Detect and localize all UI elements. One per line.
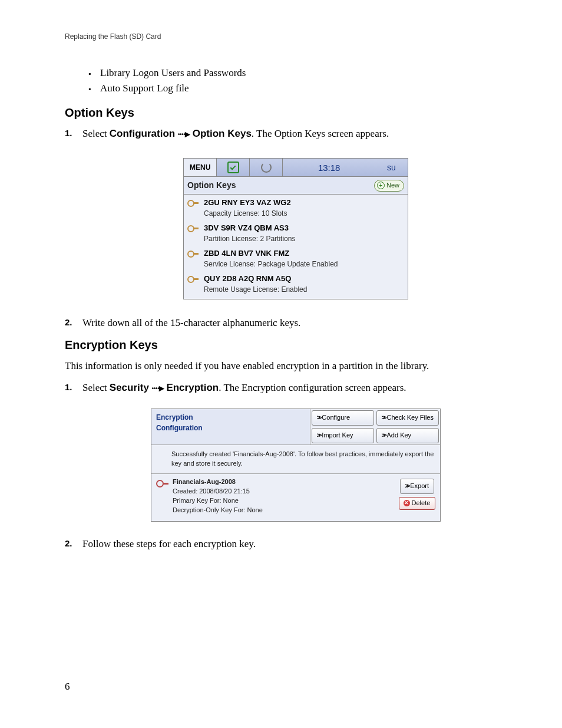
chevron-icon: >>: [382, 414, 385, 423]
plus-icon: +: [377, 182, 385, 189]
page-number: 6: [65, 681, 509, 693]
step-item: Write down all of the 15-character alpha…: [65, 316, 509, 331]
section-heading-encryption-keys: Encryption Keys: [65, 338, 509, 352]
key-code: QUY 2D8 A2Q RNM A5Q: [204, 274, 307, 285]
key-desc: Partition License: 2 Partitions: [204, 234, 295, 244]
encryption-screenshot: Encryption Configuration >>Configure >>C…: [151, 409, 441, 522]
step-item: Select Security ····▸ Encryption. The En…: [65, 381, 509, 522]
key-code: 3DV S9R VZ4 QBM AS3: [204, 223, 295, 234]
chevron-icon: >>: [317, 414, 320, 423]
key-decrypt: Decryption-Only Key For: None: [173, 506, 399, 515]
chevron-icon: >>: [317, 431, 320, 440]
key-icon: [187, 199, 199, 207]
top-bar: MENU 13:18 su: [184, 159, 408, 177]
menu-path: Security: [110, 382, 149, 393]
key-name: Financials-Aug-2008: [173, 477, 399, 487]
delete-button[interactable]: ✕Delete: [399, 497, 435, 510]
menu-path: Option Keys: [193, 128, 252, 139]
arrow-icon: ····▸: [177, 127, 190, 142]
encryption-key-details: Financials-Aug-2008 Created: 2008/08/20 …: [173, 477, 399, 515]
screen-title: Option Keys: [187, 179, 236, 191]
paragraph: This information is only needed if you h…: [65, 359, 509, 374]
menu-button[interactable]: MENU: [184, 159, 217, 176]
key-code: ZBD 4LN BV7 VNK FMZ: [204, 248, 338, 259]
option-key-list: 2GU RNY EY3 VAZ WG2 Capacity License: 10…: [184, 195, 408, 299]
key-code: 2GU RNY EY3 VAZ WG2: [204, 197, 291, 209]
list-item: Auto Support Log file: [88, 83, 509, 94]
check-icon: [227, 162, 239, 173]
add-key-button[interactable]: >>Add Key: [376, 428, 439, 443]
import-key-button[interactable]: >>Import Key: [312, 428, 374, 443]
clock-display: 13:18: [283, 162, 375, 174]
key-desc: Capacity License: 10 Slots: [204, 209, 291, 219]
confirm-button[interactable]: [217, 159, 250, 176]
option-keys-screenshot: MENU 13:18 su Option Keys + New 2GU RNY …: [183, 158, 408, 299]
option-key-item[interactable]: 3DV S9R VZ4 QBM AS3 Partition License: 2…: [184, 221, 408, 246]
bullet-list: Library Logon Users and Passwords Auto S…: [65, 67, 509, 94]
list-item: Library Logon Users and Passwords: [88, 67, 509, 79]
step-item: Select Configuration ····▸ Option Keys. …: [65, 127, 509, 299]
key-desc: Service License: Package Update Enabled: [204, 259, 338, 269]
arrow-icon: ····▸: [151, 381, 164, 396]
configure-button[interactable]: >>Configure: [312, 410, 374, 426]
refresh-icon: [261, 162, 272, 173]
new-button[interactable]: + New: [374, 180, 404, 192]
delete-icon: ✕: [404, 500, 410, 506]
key-created: Created: 2008/08/20 21:15: [173, 487, 399, 496]
running-header: Replacing the Flash (SD) Card: [65, 32, 509, 41]
chevron-icon: >>: [382, 431, 385, 440]
step-item: Follow these steps for each encryption k…: [65, 537, 509, 552]
export-button[interactable]: >>Export: [400, 479, 434, 494]
key-icon: [187, 275, 199, 283]
status-message: Successfully created 'Financials-Aug-200…: [151, 444, 440, 474]
key-icon: [156, 479, 169, 488]
section-heading-option-keys: Option Keys: [65, 106, 509, 120]
user-label: su: [375, 162, 408, 173]
chevron-icon: >>: [405, 482, 409, 491]
option-key-item[interactable]: ZBD 4LN BV7 VNK FMZ Service License: Pac…: [184, 246, 408, 272]
key-icon: [187, 249, 199, 258]
option-key-item[interactable]: 2GU RNY EY3 VAZ WG2 Capacity License: 10…: [184, 196, 408, 221]
check-key-files-button[interactable]: >>Check Key Files: [376, 410, 439, 426]
screen-title-block: Encryption Configuration: [151, 409, 310, 444]
key-primary: Primary Key For: None: [173, 496, 399, 506]
menu-path: Configuration: [110, 128, 175, 139]
key-icon: [187, 224, 199, 232]
refresh-button[interactable]: [250, 159, 283, 176]
option-key-item[interactable]: QUY 2D8 A2Q RNM A5Q Remote Usage License…: [184, 272, 408, 297]
menu-path: Encryption: [166, 382, 219, 393]
key-desc: Remote Usage License: Enabled: [204, 285, 307, 295]
